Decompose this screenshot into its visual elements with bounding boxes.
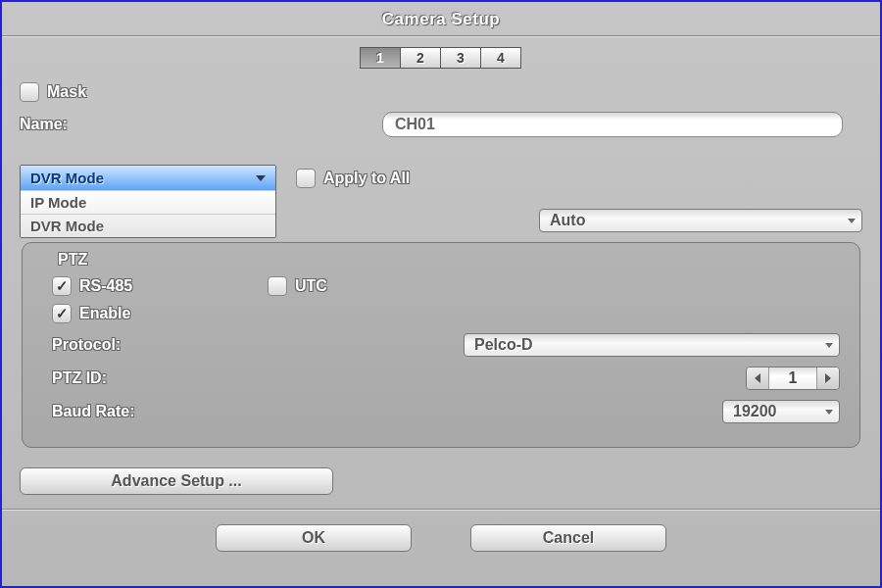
baud-value: 19200: [733, 403, 777, 420]
enable-label: Enable: [79, 305, 130, 322]
channel-tabs: 1 2 3 4: [2, 47, 880, 69]
auto-select[interactable]: Auto: [539, 209, 862, 232]
title-divider: [2, 35, 880, 37]
mask-checkbox[interactable]: [20, 82, 39, 102]
mode-dropdown[interactable]: DVR Mode IP Mode DVR Mode: [20, 165, 276, 238]
mode-option-dvr[interactable]: DVR Mode: [21, 214, 275, 237]
protocol-select[interactable]: Pelco-D: [464, 333, 840, 357]
footer-buttons: OK Cancel: [2, 524, 880, 552]
advance-setup-button[interactable]: Advance Setup ...: [20, 467, 333, 495]
chevron-down-icon: [848, 219, 856, 223]
chevron-down-icon: [256, 175, 266, 181]
utc-checkbox[interactable]: [268, 276, 287, 296]
rs485-label: RS-485: [79, 277, 132, 295]
name-label: Name:: [20, 116, 68, 132]
footer-divider: [2, 509, 880, 511]
enable-checkbox[interactable]: [52, 304, 72, 323]
mode-dropdown-selected-label: DVR Mode: [30, 170, 104, 186]
tab-1[interactable]: 1: [360, 47, 401, 69]
mode-dropdown-selected[interactable]: DVR Mode: [21, 166, 275, 190]
baud-select[interactable]: 19200: [722, 400, 840, 423]
rs485-checkbox[interactable]: [52, 276, 72, 296]
name-value: CH01: [395, 116, 435, 133]
tab-4[interactable]: 4: [480, 47, 521, 69]
camera-setup-window: Camera Setup 1 2 3 4 Mask Name: CH01 DVR…: [2, 2, 880, 586]
auto-select-value: Auto: [550, 212, 585, 229]
apply-all-label: Apply to All: [323, 170, 410, 187]
name-input[interactable]: CH01: [382, 112, 843, 137]
mode-dropdown-list: IP Mode DVR Mode: [21, 190, 275, 237]
triangle-left-icon: [755, 373, 760, 383]
baud-label: Baud Rate:: [52, 403, 134, 419]
triangle-right-icon: [825, 373, 831, 383]
ptz-panel: PTZ RS-485 UTC Enable Protocol: Pelco-D: [22, 242, 860, 448]
ptz-id-label: PTZ ID:: [52, 369, 107, 386]
mode-option-ip[interactable]: IP Mode: [21, 190, 275, 214]
ptz-id-value: 1: [768, 368, 817, 389]
ptz-title: PTZ: [58, 251, 846, 269]
tab-2[interactable]: 2: [400, 47, 441, 69]
mask-label: Mask: [47, 83, 86, 101]
utc-label: UTC: [295, 277, 327, 295]
chevron-down-icon: [825, 410, 833, 415]
cancel-label: Cancel: [543, 529, 594, 547]
advance-setup-label: Advance Setup ...: [111, 472, 241, 490]
apply-all-checkbox[interactable]: [296, 169, 316, 188]
cancel-button[interactable]: Cancel: [470, 524, 666, 552]
chevron-down-icon: [825, 343, 833, 348]
ptz-id-increment[interactable]: [817, 368, 839, 389]
ok-label: OK: [302, 529, 325, 547]
ptz-id-spinner[interactable]: 1: [746, 367, 840, 390]
window-title: Camera Setup: [2, 2, 880, 35]
tab-3[interactable]: 3: [440, 47, 481, 69]
protocol-value: Pelco-D: [474, 336, 533, 354]
protocol-label: Protocol:: [52, 336, 121, 353]
ptz-id-decrement[interactable]: [747, 368, 768, 389]
ok-button[interactable]: OK: [216, 524, 412, 552]
